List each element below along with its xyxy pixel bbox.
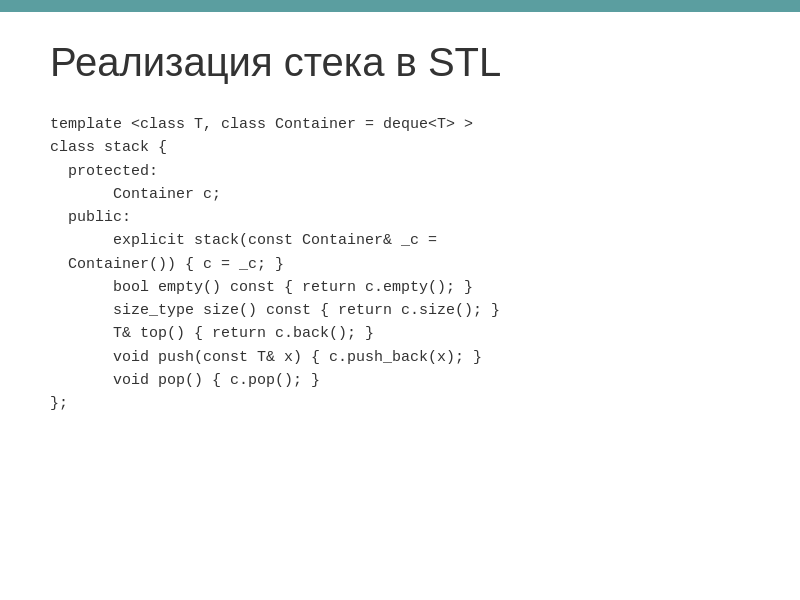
page-content: Реализация стека в STL template <class T…	[50, 40, 750, 580]
page-title: Реализация стека в STL	[50, 40, 750, 85]
code-block: template <class T, class Container = deq…	[50, 113, 750, 415]
top-bar-accent	[0, 0, 800, 12]
